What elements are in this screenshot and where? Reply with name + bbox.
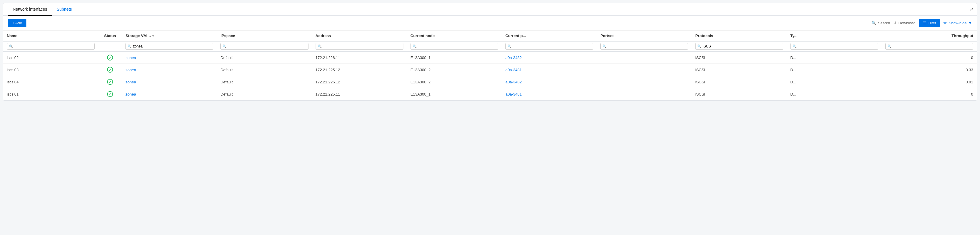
data-table: Name Status Storage VM ▲▼ IPspace Addres… — [3, 30, 977, 100]
cell-ipspace: Default — [217, 76, 312, 88]
showhide-button[interactable]: 👁 Show/hide ▼ — [943, 21, 972, 25]
currentp-link[interactable]: a0a-3481 — [506, 92, 522, 96]
filter-input-ty[interactable] — [798, 44, 876, 48]
eye-icon: 👁 — [943, 21, 947, 25]
filter-row: 🔍 🔍 🔍 — [3, 41, 977, 51]
main-container: Network interfaces Subnets ↗ + Add 🔍 Sea… — [3, 3, 977, 101]
col-header-storagevm[interactable]: Storage VM ▲▼ — [122, 30, 217, 41]
filter-input-address[interactable] — [323, 44, 401, 48]
cell-protocols: iSCSI — [692, 64, 787, 76]
search-icon: 🔍 — [872, 21, 876, 25]
filter-input-ipspace[interactable] — [228, 44, 306, 48]
table-body: iscsi02 ✓ zonea Default 172.21.226.11 E1… — [3, 51, 977, 100]
col-header-status: Status — [98, 30, 122, 41]
header-row: Name Status Storage VM ▲▼ IPspace Addres… — [3, 30, 977, 41]
cell-protocols: iSCSI — [692, 76, 787, 88]
chevron-down-icon: ▼ — [968, 21, 972, 25]
table-row: iscsi01 ✓ zonea Default 172.21.225.11 E1… — [3, 88, 977, 100]
filter-button[interactable]: ☰ Filter — [919, 19, 940, 27]
filter-search-icon-ty: 🔍 — [792, 45, 797, 48]
status-check-icon: ✓ — [107, 54, 113, 61]
cell-currentnode: E13A300_1 — [407, 88, 502, 100]
toolbar: + Add 🔍 Search ⇓ Download ☰ Filter 👁 Sho… — [3, 16, 977, 30]
cell-status: ✓ — [98, 76, 122, 88]
filter-input-throughput[interactable] — [893, 44, 971, 48]
cell-ty: D... — [787, 88, 882, 100]
cell-status: ✓ — [98, 51, 122, 64]
tab-subnets[interactable]: Subnets — [52, 3, 76, 16]
cell-address: 172.21.226.11 — [312, 51, 407, 64]
download-icon: ⇓ — [894, 21, 897, 25]
filter-input-portset[interactable] — [608, 44, 686, 48]
expand-icon[interactable]: ↗ — [969, 6, 973, 12]
filter-cell-name: 🔍 — [3, 41, 98, 51]
cell-ty: D... — [787, 64, 882, 76]
storagevm-link[interactable]: zonea — [126, 56, 136, 60]
currentp-link[interactable]: a0a-3482 — [506, 80, 522, 84]
filter-search-icon-protocols: 🔍 — [697, 45, 702, 48]
cell-address: 172.21.226.12 — [312, 76, 407, 88]
tab-network-interfaces[interactable]: Network interfaces — [8, 3, 52, 16]
col-header-throughput: Throughput — [882, 30, 977, 41]
storagevm-link[interactable]: zonea — [126, 68, 136, 72]
filter-cell-portset: 🔍 — [597, 41, 692, 51]
currentp-link[interactable]: a0a-3482 — [506, 56, 522, 60]
currentp-link[interactable]: a0a-3481 — [506, 68, 522, 72]
filter-input-currentnode[interactable] — [418, 44, 496, 48]
cell-ty: D... — [787, 76, 882, 88]
filter-input-currentp[interactable] — [513, 44, 591, 48]
cell-currentp: a0a-3482 — [502, 51, 597, 64]
cell-protocols: iSCSI — [692, 88, 787, 100]
cell-address: 172.21.225.12 — [312, 64, 407, 76]
filter-search-icon-currentnode: 🔍 — [413, 45, 417, 48]
filter-cell-ty: 🔍 — [787, 41, 882, 51]
col-header-ipspace: IPspace — [217, 30, 312, 41]
filter-cell-status — [98, 41, 122, 51]
search-button[interactable]: 🔍 Search — [872, 21, 890, 25]
cell-ipspace: Default — [217, 64, 312, 76]
filter-icon: ☰ — [923, 21, 926, 25]
filter-search-icon-ipspace: 🔍 — [223, 45, 227, 48]
cell-storagevm: zonea — [122, 88, 217, 100]
storagevm-link[interactable]: zonea — [126, 80, 136, 84]
filter-search-icon-throughput: 🔍 — [888, 45, 892, 48]
cell-ipspace: Default — [217, 51, 312, 64]
col-header-portset: Portset — [597, 30, 692, 41]
filter-cell-address: 🔍 — [312, 41, 407, 51]
filter-input-name[interactable] — [14, 44, 92, 48]
cell-name: iscsi01 — [3, 88, 98, 100]
table-row: iscsi02 ✓ zonea Default 172.21.226.11 E1… — [3, 51, 977, 64]
storagevm-link[interactable]: zonea — [126, 92, 136, 96]
cell-status: ✓ — [98, 64, 122, 76]
cell-currentp: a0a-3482 — [502, 76, 597, 88]
filter-search-icon-currentp: 🔍 — [508, 45, 512, 48]
cell-portset — [597, 76, 692, 88]
filter-cell-protocols: 🔍 — [692, 41, 787, 51]
cell-throughput: 0 — [882, 88, 977, 100]
cell-ty: D... — [787, 51, 882, 64]
filter-cell-throughput: 🔍 — [882, 41, 977, 51]
cell-currentp: a0a-3481 — [502, 88, 597, 100]
cell-name: iscsi03 — [3, 64, 98, 76]
cell-name: iscsi02 — [3, 51, 98, 64]
filter-search-icon-portset: 🔍 — [602, 45, 606, 48]
cell-currentp: a0a-3481 — [502, 64, 597, 76]
col-header-address: Address — [312, 30, 407, 41]
cell-currentnode: E13A300_1 — [407, 51, 502, 64]
filter-input-protocols[interactable] — [703, 44, 781, 48]
filter-input-storagevm[interactable] — [133, 44, 211, 48]
filter-cell-currentp: 🔍 — [502, 41, 597, 51]
add-button[interactable]: + Add — [8, 19, 26, 27]
col-header-currentp: Current p... — [502, 30, 597, 41]
cell-status: ✓ — [98, 88, 122, 100]
toolbar-left: + Add — [8, 19, 26, 27]
cell-portset — [597, 51, 692, 64]
status-check-icon: ✓ — [107, 67, 113, 73]
filter-search-icon-name: 🔍 — [9, 45, 13, 48]
table-container: Name Status Storage VM ▲▼ IPspace Addres… — [3, 30, 977, 100]
cell-name: iscsi04 — [3, 76, 98, 88]
cell-address: 172.21.225.11 — [312, 88, 407, 100]
download-button[interactable]: ⇓ Download — [894, 21, 916, 25]
status-check-icon: ✓ — [107, 91, 113, 97]
tabs-bar: Network interfaces Subnets ↗ — [3, 3, 977, 16]
